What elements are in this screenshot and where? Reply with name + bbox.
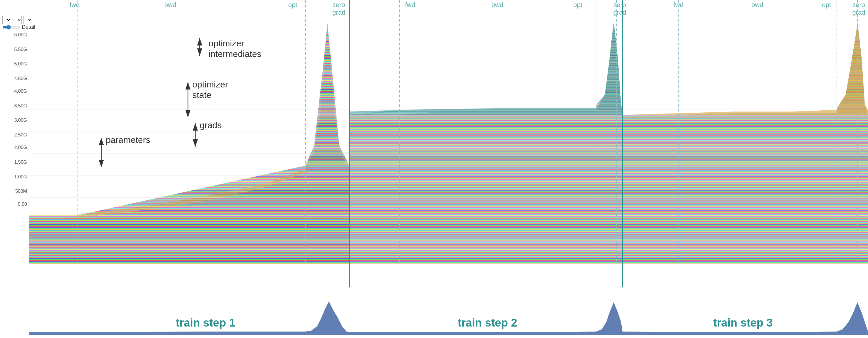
detail-label: Detail [22, 24, 35, 30]
memory-chart-svg [29, 0, 868, 338]
y-label-2g: 2.00G [14, 145, 27, 150]
num-select[interactable]: 0 [24, 16, 32, 24]
y-label-500m: 500M [15, 189, 27, 194]
y-label-55g: 5.50G [14, 47, 27, 52]
train-step-3-label: train step 3 [640, 316, 846, 329]
y-label-35g: 3.50G [14, 103, 27, 108]
train-step-1-label: train step 1 [88, 316, 323, 329]
svg-marker-104 [349, 23, 622, 264]
annotation-opt-intermediates-text: optimizerintermediates [209, 38, 261, 59]
y-label-6g: 6.00G [14, 32, 27, 38]
chart-area: fwd bwd opt zerograd fwd bwd opt zerogra… [29, 0, 868, 338]
main-container: tutorials-snapshot.pickle Active Memory … [0, 0, 868, 338]
y-label-5g: 5.00G [14, 61, 27, 67]
y-label-3g: 3.00G [14, 117, 27, 123]
svg-marker-107 [622, 23, 868, 264]
file-select[interactable]: tutorials-snapshot.pickle [2, 16, 11, 24]
annotation-parameters: parameters [106, 135, 150, 145]
y-label-15g: 1.50G [14, 160, 27, 165]
annotation-grads: grads [200, 120, 222, 130]
annotation-opt-state: optimizerstate [192, 79, 228, 100]
view-select[interactable]: Active Memory Timeline [13, 16, 22, 24]
arrow-parameters [94, 135, 108, 170]
arrow-grads [188, 120, 203, 149]
annotation-opt-intermediates: optimizerintermediates [209, 38, 261, 59]
y-label-45g: 4.50G [14, 76, 27, 81]
train-step-2-label: train step 2 [367, 316, 608, 329]
detail-row: Detail [2, 24, 35, 30]
svg-marker-108 [622, 23, 868, 115]
controls-row: tutorials-snapshot.pickle Active Memory … [0, 15, 35, 25]
y-label-1g: 1.00G [14, 174, 27, 179]
detail-slider[interactable] [2, 25, 20, 30]
annotation-parameters-text: parameters [106, 135, 150, 145]
arrow-opt-state [181, 79, 195, 120]
annotation-grads-text: grads [200, 120, 222, 130]
arrow-opt-intermediates [185, 35, 214, 59]
annotation-opt-state-text: optimizerstate [192, 79, 228, 100]
y-axis: 6.00G 5.50G 5.00G 4.50G 4.00G 3.50G 3.00… [0, 32, 29, 214]
y-label-25g: 2.50G [14, 132, 27, 138]
y-label-0: 0.00 [18, 202, 27, 207]
svg-marker-106 [349, 23, 622, 115]
y-label-4g: 4.00G [14, 89, 27, 94]
